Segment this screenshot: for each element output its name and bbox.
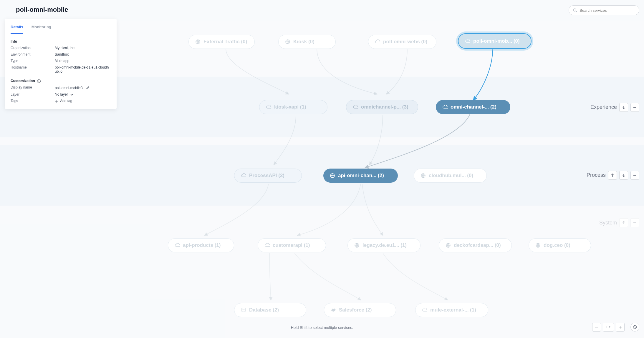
node-label: Salesforce (2) bbox=[339, 307, 372, 313]
node-label: omnichannel-p... (3) bbox=[361, 104, 408, 110]
label-org: Organization bbox=[11, 46, 55, 50]
cloud-icon bbox=[175, 243, 180, 248]
label-layer: Layer bbox=[11, 92, 55, 96]
cloud-icon bbox=[442, 104, 448, 110]
node-label: deckofcardsap... (0) bbox=[454, 242, 501, 248]
node-label: poll-omni-mob... (0) bbox=[473, 38, 520, 44]
globe-icon bbox=[446, 243, 451, 248]
layer-system: System bbox=[0, 206, 644, 338]
cloud-icon bbox=[241, 173, 246, 178]
node-label: Kiosk (0) bbox=[293, 39, 314, 45]
multiselect-hint: Hold Shift to select multiple services. bbox=[291, 325, 353, 330]
node-api-products[interactable]: api-products (1) bbox=[168, 238, 234, 252]
node-label: poll-omni-webs (0) bbox=[383, 39, 427, 45]
customization-heading: Customization bbox=[11, 79, 111, 83]
cloud-icon bbox=[375, 39, 380, 44]
move-up-button[interactable] bbox=[608, 171, 617, 180]
node-cloudhub[interactable]: cloudhub.mul... (0) bbox=[414, 169, 487, 183]
node-label: omni-channel-... (2) bbox=[451, 104, 496, 110]
search-input[interactable] bbox=[580, 8, 635, 13]
page-title: poll-omni-mobile bbox=[16, 6, 68, 14]
collapse-button[interactable] bbox=[630, 171, 639, 180]
node-database[interactable]: Database (2) bbox=[234, 303, 306, 317]
info-heading: Info bbox=[11, 39, 111, 44]
node-label: ProcessAPI (2) bbox=[249, 173, 284, 179]
node-kiosk-xapi[interactable]: kiosk-xapi (1) bbox=[259, 100, 327, 114]
node-deckofcards[interactable]: deckofcardsap... (0) bbox=[439, 238, 512, 252]
tab-details[interactable]: Details bbox=[11, 25, 23, 34]
info-icon[interactable] bbox=[37, 79, 41, 83]
chevron-down-icon bbox=[70, 93, 73, 96]
database-icon bbox=[241, 307, 246, 313]
node-label: customerapi (1) bbox=[273, 242, 310, 248]
layer-process: Process bbox=[0, 145, 644, 206]
fit-button[interactable]: Fit bbox=[603, 323, 614, 332]
node-label: mule-external-... (1) bbox=[430, 307, 476, 313]
label-tags: Tags bbox=[11, 99, 55, 103]
layer-experience-label: Experience bbox=[590, 104, 617, 110]
node-label: dog.ceo (0) bbox=[544, 242, 570, 248]
node-api-omni-chan[interactable]: api-omni-chan... (2) bbox=[323, 169, 398, 183]
search-box[interactable] bbox=[569, 5, 639, 15]
move-down-button[interactable] bbox=[619, 103, 628, 112]
node-processapi[interactable]: ProcessAPI (2) bbox=[234, 169, 302, 183]
node-poll-omni-mob-selected[interactable]: poll-omni-mob... (0) bbox=[458, 33, 532, 49]
node-dog-ceo[interactable]: dog.ceo (0) bbox=[529, 238, 591, 252]
value-host: poll-omni-mobile.de-c1.eu1.cloudhub.io bbox=[55, 65, 111, 74]
cloud-icon bbox=[266, 104, 271, 110]
node-omnichannel-p[interactable]: omnichannel-p... (3) bbox=[346, 100, 418, 114]
layer-gap-1 bbox=[0, 137, 644, 145]
history-button[interactable] bbox=[630, 323, 639, 332]
node-kiosk[interactable]: Kiosk (0) bbox=[278, 35, 336, 49]
node-poll-omni-webs[interactable]: poll-omni-webs (0) bbox=[368, 35, 436, 49]
layer-process-label: Process bbox=[587, 172, 606, 178]
node-omni-channel[interactable]: omni-channel-... (2) bbox=[436, 100, 510, 114]
zoom-in-button[interactable] bbox=[616, 323, 625, 332]
cloud-icon bbox=[353, 104, 358, 110]
cloud-icon bbox=[264, 243, 270, 248]
layer-system-label: System bbox=[599, 220, 617, 226]
node-external-traffic[interactable]: External Traffic (0) bbox=[188, 35, 255, 49]
value-env: Sandbox bbox=[55, 52, 111, 56]
plus-icon bbox=[55, 99, 58, 103]
node-label: api-omni-chan... (2) bbox=[338, 173, 384, 179]
move-down-button[interactable] bbox=[619, 171, 628, 180]
value-display-name[interactable]: poll-omni-mobile3 bbox=[55, 85, 111, 90]
globe-icon bbox=[285, 39, 290, 44]
node-label: External Traffic (0) bbox=[203, 39, 247, 45]
globe-icon bbox=[535, 243, 541, 248]
value-type: Mule app bbox=[55, 59, 111, 63]
node-customerapi[interactable]: customerapi (1) bbox=[258, 238, 326, 252]
add-tag-button[interactable]: Add tag bbox=[55, 99, 111, 103]
collapse-button[interactable] bbox=[630, 103, 639, 112]
cloud-icon bbox=[465, 39, 470, 44]
label-env: Environment bbox=[11, 52, 55, 56]
salesforce-icon bbox=[331, 307, 336, 313]
node-salesforce[interactable]: Salesforce (2) bbox=[324, 303, 396, 317]
globe-icon bbox=[195, 39, 201, 44]
node-label: kiosk-xapi (1) bbox=[274, 104, 306, 110]
node-legacy[interactable]: legacy.de.eu1... (1) bbox=[347, 238, 420, 252]
move-up-button[interactable] bbox=[619, 218, 628, 227]
globe-icon bbox=[354, 243, 360, 248]
search-icon bbox=[573, 8, 577, 12]
label-host: Hostname bbox=[11, 65, 55, 74]
label-display-name: Display name bbox=[11, 85, 55, 90]
globe-icon bbox=[420, 173, 426, 178]
node-label: api-products (1) bbox=[183, 242, 221, 248]
globe-icon bbox=[330, 173, 335, 178]
collapse-button[interactable] bbox=[630, 218, 639, 227]
tab-monitoring[interactable]: Monitoring bbox=[32, 25, 51, 34]
edit-icon[interactable] bbox=[85, 85, 89, 89]
node-label: legacy.de.eu1... (1) bbox=[362, 242, 407, 248]
zoom-out-button[interactable] bbox=[592, 323, 601, 332]
details-panel: Details Monitoring Info OrganizationMyth… bbox=[5, 19, 117, 109]
node-label: cloudhub.mul... (0) bbox=[429, 173, 473, 179]
cloud-icon bbox=[422, 307, 427, 313]
node-label: Database (2) bbox=[249, 307, 279, 313]
label-type: Type bbox=[11, 59, 55, 63]
value-org: Mythical, Inc bbox=[55, 46, 111, 50]
layer-dropdown[interactable]: No layer bbox=[55, 92, 111, 96]
node-mule-external[interactable]: mule-external-... (1) bbox=[415, 303, 488, 317]
